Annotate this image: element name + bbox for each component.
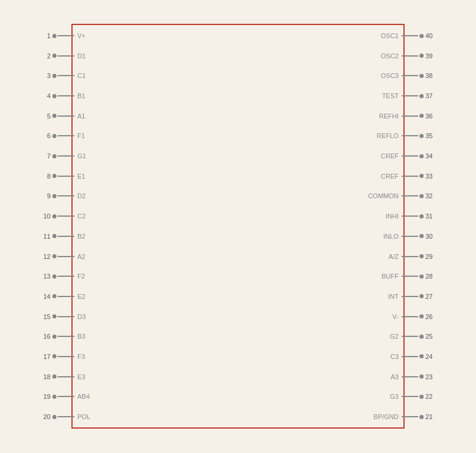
- pin-dot: [52, 335, 57, 339]
- pin-label: INLO: [383, 233, 399, 240]
- pin-left-5: 5A1: [40, 113, 85, 120]
- pin-dot: [419, 94, 424, 98]
- pin-right-31: 31INHI: [386, 213, 436, 220]
- pin-line: [58, 195, 74, 196]
- pin-dot: [52, 34, 57, 38]
- pin-line: [402, 176, 418, 177]
- pin-number: 1: [40, 32, 51, 39]
- pin-number: 22: [425, 393, 436, 400]
- pin-number: 4: [40, 92, 51, 99]
- pin-dot: [52, 395, 57, 399]
- pin-label: C3: [390, 353, 399, 360]
- pin-right-34: 34CREF: [381, 152, 436, 160]
- pin-number: 25: [425, 333, 436, 340]
- pin-line: [58, 356, 74, 357]
- pin-left-1: 1V+: [40, 32, 86, 39]
- pin-label: REFLO: [377, 132, 399, 139]
- pin-label: A2: [77, 253, 85, 260]
- pin-label: B3: [77, 333, 85, 340]
- pin-number: 15: [40, 313, 51, 320]
- pin-dot: [419, 74, 424, 78]
- pin-right-36: 36REFHI: [379, 113, 436, 120]
- component-body: 1V+2D13C14B15A16F17G18E19D210C211B212A21…: [71, 24, 405, 429]
- pin-left-10: 10C2: [40, 213, 86, 220]
- pin-dot: [419, 314, 424, 318]
- pin-number: 7: [40, 152, 51, 160]
- pin-dot: [52, 154, 57, 158]
- pin-line: [402, 115, 418, 117]
- pin-right-22: 22G3: [390, 393, 436, 400]
- pin-line: [402, 356, 418, 357]
- pin-dot: [419, 174, 424, 178]
- pin-number: 30: [425, 233, 436, 240]
- pin-line: [402, 316, 418, 317]
- pin-line: [58, 176, 74, 177]
- pin-dot: [419, 274, 424, 279]
- pin-number: 36: [425, 113, 436, 120]
- pin-line: [402, 95, 418, 96]
- pin-label: F2: [77, 273, 85, 280]
- pin-label: D1: [77, 52, 86, 60]
- pin-number: 34: [425, 152, 436, 160]
- pin-number: 39: [425, 52, 436, 60]
- pin-label: INHI: [386, 213, 399, 220]
- pin-number: 26: [425, 313, 436, 320]
- pin-label: E1: [77, 173, 85, 180]
- pin-dot: [419, 374, 424, 379]
- pin-line: [58, 336, 74, 337]
- pin-line: [58, 276, 74, 277]
- pin-number: 24: [425, 353, 436, 360]
- pin-number: 20: [40, 413, 51, 420]
- pin-dot: [52, 54, 57, 58]
- pin-left-9: 9D2: [40, 192, 86, 199]
- pin-dot: [419, 214, 424, 218]
- pin-line: [58, 135, 74, 136]
- pin-label: D2: [77, 192, 86, 199]
- pin-number: 13: [40, 273, 51, 280]
- pin-left-20: 20POL: [40, 413, 90, 420]
- pin-right-40: 40OSC1: [381, 32, 436, 39]
- pin-left-11: 11B2: [40, 233, 85, 240]
- pin-line: [58, 155, 74, 157]
- pin-label: OSC3: [381, 72, 399, 79]
- pin-label: C1: [77, 72, 86, 79]
- pin-right-32: 32COMMON: [368, 192, 436, 199]
- pin-dot: [52, 74, 57, 78]
- pin-line: [402, 55, 418, 57]
- pin-label: BUFF: [381, 273, 399, 280]
- pin-number: 6: [40, 132, 51, 139]
- pin-dot: [52, 234, 57, 238]
- pin-dot: [419, 254, 424, 258]
- pin-number: 33: [425, 173, 436, 180]
- pin-left-7: 7G1: [40, 152, 86, 160]
- pin-line: [402, 336, 418, 337]
- pin-line: [58, 115, 74, 117]
- pin-right-26: 26V-: [393, 313, 436, 320]
- pin-number: 11: [40, 233, 51, 240]
- pin-number: 17: [40, 353, 51, 360]
- pin-number: 8: [40, 173, 51, 180]
- pin-label: OSC2: [381, 52, 399, 60]
- pin-dot: [419, 354, 424, 358]
- pin-left-18: 18E3: [40, 373, 85, 380]
- pin-label: AB4: [77, 393, 90, 400]
- pin-dot: [419, 395, 424, 399]
- pin-right-38: 38OSC3: [381, 72, 436, 79]
- pin-label: C2: [77, 213, 86, 220]
- pin-number: 19: [40, 393, 51, 400]
- pin-line: [402, 155, 418, 157]
- pin-right-39: 39OSC2: [381, 52, 436, 60]
- pin-label: V+: [77, 32, 86, 39]
- pin-line: [58, 256, 74, 257]
- pin-dot: [419, 234, 424, 238]
- pin-dot: [419, 114, 424, 118]
- pin-dot: [52, 254, 57, 258]
- pin-line: [58, 55, 74, 57]
- pin-dot: [52, 114, 57, 118]
- pin-line: [402, 276, 418, 277]
- pin-right-33: 33CREF: [381, 173, 436, 180]
- pin-number: 37: [425, 92, 436, 99]
- pin-dot: [419, 134, 424, 138]
- pin-label: REFHI: [379, 113, 399, 120]
- pin-left-13: 13F2: [40, 273, 85, 280]
